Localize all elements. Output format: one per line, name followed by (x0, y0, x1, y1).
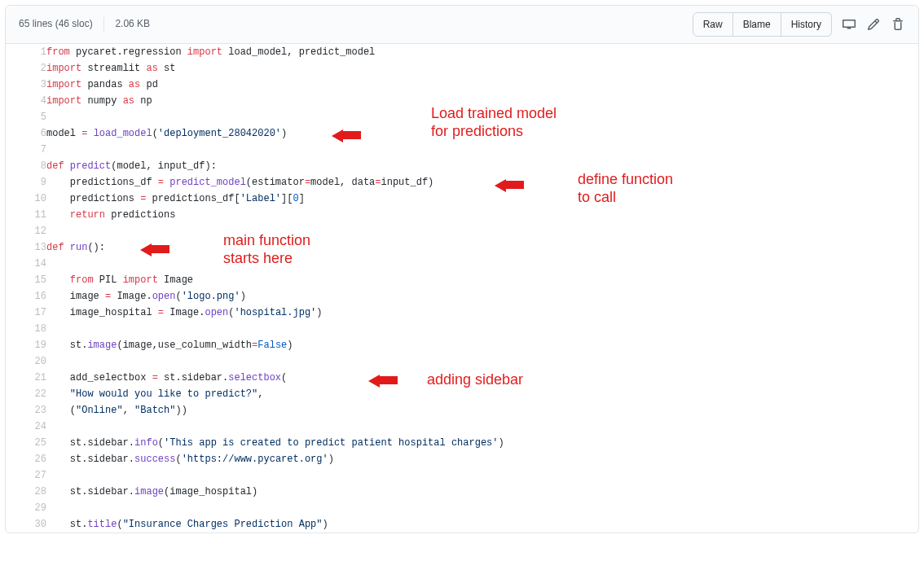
line-number[interactable]: 6 (6, 125, 46, 142)
code-text[interactable] (46, 142, 918, 158)
raw-button[interactable]: Raw (693, 12, 733, 37)
code-table: 1from pycaret.regression import load_mod… (6, 44, 918, 533)
line-number[interactable]: 27 (6, 467, 46, 484)
file-box: 65 lines (46 sloc) 2.06 KB Raw Blame His… (5, 5, 919, 533)
line-number[interactable]: 24 (6, 419, 46, 435)
line-number[interactable]: 19 (6, 337, 46, 353)
code-line: 13def run(): (6, 239, 918, 256)
line-number[interactable]: 14 (6, 256, 46, 272)
code-text[interactable]: return predictions (46, 207, 918, 223)
code-text[interactable]: "How would you like to predict?", (46, 386, 918, 402)
code-text[interactable]: image = Image.open('logo.png') (46, 288, 918, 305)
code-line: 9 predictions_df = predict_model(estimat… (6, 174, 918, 191)
file-actions: Raw Blame History (693, 12, 905, 37)
line-number[interactable]: 12 (6, 223, 46, 239)
line-number[interactable]: 15 (6, 272, 46, 288)
line-number[interactable]: 16 (6, 288, 46, 305)
code-text[interactable]: predictions = predictions_df['Label'][0] (46, 191, 918, 207)
code-text[interactable] (46, 467, 918, 484)
code-text[interactable]: predictions_df = predict_model(estimator… (46, 174, 918, 191)
code-text[interactable]: def run(): (46, 239, 918, 256)
line-number[interactable]: 21 (6, 370, 46, 386)
code-line: 3import pandas as pd (6, 77, 918, 93)
line-number[interactable]: 26 (6, 451, 46, 467)
code-line: 21 add_selectbox = st.sidebar.selectbox( (6, 370, 918, 386)
code-line: 24 (6, 419, 918, 435)
history-button[interactable]: History (781, 12, 832, 37)
line-number[interactable]: 3 (6, 77, 46, 93)
code-text[interactable]: image_hospital = Image.open('hospital.jp… (46, 305, 918, 321)
code-text[interactable] (46, 500, 918, 516)
code-text[interactable] (46, 321, 918, 337)
code-text[interactable]: model = load_model('deployment_28042020'… (46, 125, 918, 142)
code-text[interactable]: st.sidebar.image(image_hospital) (46, 484, 918, 500)
code-line: 30 st.title("Insurance Charges Predictio… (6, 516, 918, 533)
code-line: 19 st.image(image,use_column_width=False… (6, 337, 918, 353)
line-number[interactable]: 5 (6, 109, 46, 125)
code-text[interactable] (46, 223, 918, 239)
code-text[interactable]: def predict(model, input_df): (46, 158, 918, 174)
code-text[interactable]: st.title("Insurance Charges Prediction A… (46, 516, 918, 533)
code-line: 20 (6, 353, 918, 370)
code-line: 14 (6, 256, 918, 272)
line-number[interactable]: 11 (6, 207, 46, 223)
code-line: 22 "How would you like to predict?", (6, 386, 918, 402)
code-line: 26 st.sidebar.success('https://www.pycar… (6, 451, 918, 467)
divider (103, 17, 104, 32)
line-number[interactable]: 8 (6, 158, 46, 174)
code-line: 18 (6, 321, 918, 337)
line-number[interactable]: 30 (6, 516, 46, 533)
code-text[interactable] (46, 353, 918, 370)
code-text[interactable] (46, 419, 918, 435)
code-line: 16 image = Image.open('logo.png') (6, 288, 918, 305)
line-number[interactable]: 28 (6, 484, 46, 500)
code-text[interactable]: import numpy as np (46, 93, 918, 109)
code-text[interactable]: st.sidebar.success('https://www.pycaret.… (46, 451, 918, 467)
code-text[interactable]: st.sidebar.info('This app is created to … (46, 435, 918, 451)
code-text[interactable]: st.image(image,use_column_width=False) (46, 337, 918, 353)
code-line: 11 return predictions (6, 207, 918, 223)
code-text[interactable]: import pandas as pd (46, 77, 918, 93)
code-text[interactable]: add_selectbox = st.sidebar.selectbox( (46, 370, 918, 386)
code-line: 27 (6, 467, 918, 484)
trash-icon[interactable] (891, 17, 905, 32)
line-number[interactable]: 20 (6, 353, 46, 370)
line-number[interactable]: 23 (6, 402, 46, 419)
code-line: 6model = load_model('deployment_28042020… (6, 125, 918, 142)
line-number[interactable]: 22 (6, 386, 46, 402)
code-text[interactable]: ("Online", "Batch")) (46, 402, 918, 419)
code-line: 25 st.sidebar.info('This app is created … (6, 435, 918, 451)
line-number[interactable]: 29 (6, 500, 46, 516)
code-line: 23 ("Online", "Batch")) (6, 402, 918, 419)
code-line: 29 (6, 500, 918, 516)
code-text[interactable]: from PIL import Image (46, 272, 918, 288)
line-number[interactable]: 9 (6, 174, 46, 191)
code-text[interactable]: from pycaret.regression import load_mode… (46, 44, 918, 60)
pencil-icon[interactable] (866, 17, 881, 32)
code-text[interactable] (46, 256, 918, 272)
line-number[interactable]: 7 (6, 142, 46, 158)
code-line: 2import streamlit as st (6, 60, 918, 77)
code-area: 1from pycaret.regression import load_mod… (6, 44, 918, 533)
file-header: 65 lines (46 sloc) 2.06 KB Raw Blame His… (6, 6, 918, 44)
line-number[interactable]: 25 (6, 435, 46, 451)
desktop-icon[interactable] (842, 17, 856, 32)
line-number[interactable]: 17 (6, 305, 46, 321)
code-line: 12 (6, 223, 918, 239)
code-text[interactable]: import streamlit as st (46, 60, 918, 77)
line-number[interactable]: 13 (6, 239, 46, 256)
code-line: 28 st.sidebar.image(image_hospital) (6, 484, 918, 500)
line-number[interactable]: 1 (6, 44, 46, 60)
file-action-buttons: Raw Blame History (693, 12, 832, 37)
code-line: 7 (6, 142, 918, 158)
line-number[interactable]: 2 (6, 60, 46, 77)
code-line: 15 from PIL import Image (6, 272, 918, 288)
code-text[interactable] (46, 109, 918, 125)
line-number[interactable]: 10 (6, 191, 46, 207)
line-number[interactable]: 4 (6, 93, 46, 109)
blame-button[interactable]: Blame (733, 12, 781, 37)
line-count: 65 lines (46 sloc) (19, 18, 93, 29)
line-number[interactable]: 18 (6, 321, 46, 337)
code-line: 5 (6, 109, 918, 125)
code-line: 1from pycaret.regression import load_mod… (6, 44, 918, 60)
